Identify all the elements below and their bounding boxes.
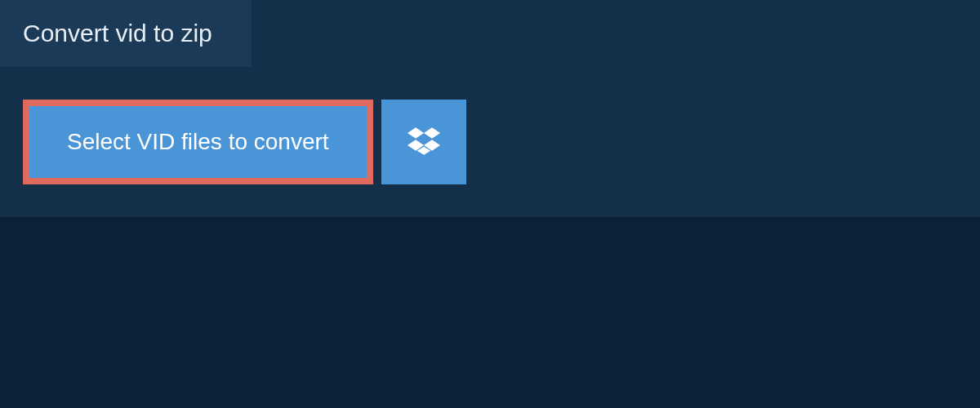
dropbox-icon bbox=[408, 125, 440, 160]
select-files-button[interactable]: Select VID files to convert bbox=[29, 106, 367, 178]
tab-title: Convert vid to zip bbox=[23, 20, 212, 47]
converter-tab[interactable]: Convert vid to zip bbox=[0, 0, 252, 67]
select-button-highlight: Select VID files to convert bbox=[23, 100, 373, 184]
select-files-label: Select VID files to convert bbox=[67, 129, 329, 154]
converter-panel: Convert vid to zip Select VID files to c… bbox=[0, 0, 980, 217]
action-row: Select VID files to convert bbox=[23, 100, 466, 184]
dropbox-button[interactable] bbox=[381, 100, 466, 184]
